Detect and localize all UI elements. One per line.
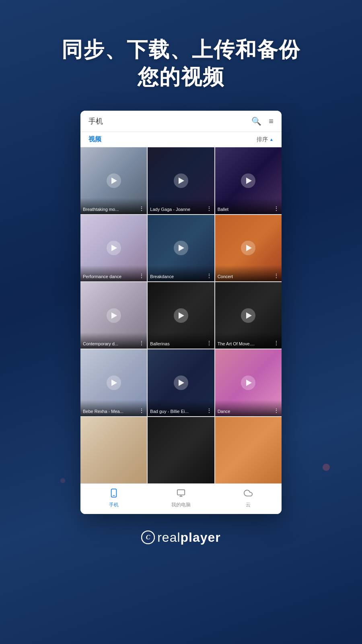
hero-line2: 您的视频 (138, 65, 224, 89)
svg-rect-1 (113, 495, 115, 495)
video-item-11[interactable]: Bad guy - Billie Ei...⋮ (148, 349, 214, 416)
video-title-2: Lady Gaga - Joanne (150, 207, 204, 212)
sub-header: 视频 排序 ▲ (80, 132, 282, 147)
sort-arrow-icon: ▲ (269, 137, 274, 142)
header-title: 手机 (88, 116, 103, 126)
logo-text: realplayer (157, 530, 221, 545)
header-icons: 🔍 ≡ (251, 116, 274, 126)
video-title-6: Concert (218, 274, 272, 279)
play-button-7[interactable] (107, 308, 121, 323)
sort-button[interactable]: 排序 ▲ (257, 136, 274, 143)
video-more-6[interactable]: ⋮ (274, 272, 279, 279)
video-item-4[interactable]: Performance dance⋮ (80, 215, 147, 281)
video-title-12: Dance (218, 409, 272, 414)
app-window: 手机 🔍 ≡ 视频 排序 ▲ Breathtaking mo...⋮Lady G… (80, 111, 282, 514)
hero-section: 同步、下载、上传和备份 您的视频 (0, 0, 362, 111)
video-more-11[interactable]: ⋮ (206, 407, 212, 414)
video-title-8: Ballerinas (150, 341, 204, 346)
play-button-4[interactable] (107, 241, 121, 255)
video-title-4: Performance dance (83, 274, 137, 279)
video-title-5: Breakdance (150, 274, 204, 279)
pc-icon (177, 489, 185, 500)
phone-icon (109, 489, 118, 500)
section-label: 视频 (88, 135, 101, 144)
video-item-13[interactable] (80, 417, 147, 483)
video-item-2[interactable]: Lady Gaga - Joanne⋮ (148, 147, 214, 214)
video-more-3[interactable]: ⋮ (274, 205, 279, 212)
svg-text:C: C (146, 534, 150, 541)
video-item-3[interactable]: Ballet⋮ (215, 147, 282, 214)
video-more-2[interactable]: ⋮ (206, 205, 212, 212)
video-title-11: Bad guy - Billie Ei... (150, 409, 204, 414)
play-button-10[interactable] (107, 376, 121, 390)
svg-rect-0 (111, 489, 117, 497)
play-button-5[interactable] (174, 241, 188, 255)
video-item-14[interactable] (148, 417, 214, 483)
video-item-12[interactable]: Dance⋮ (215, 349, 282, 416)
video-item-1[interactable]: Breathtaking mo...⋮ (80, 147, 147, 214)
hero-line1: 同步、下载、上传和备份 (62, 38, 300, 61)
video-more-9[interactable]: ⋮ (274, 340, 279, 346)
video-more-10[interactable]: ⋮ (139, 407, 144, 414)
video-item-7[interactable]: Contemporary d...⋮ (80, 282, 147, 349)
play-button-2[interactable] (174, 173, 188, 188)
nav-cloud-label: 云 (246, 502, 251, 508)
video-grid: Breathtaking mo...⋮Lady Gaga - Joanne⋮Ba… (80, 147, 282, 483)
video-title-1: Breathtaking mo... (83, 207, 137, 212)
video-title-10: Bebe Rexha - Mea... (83, 409, 137, 414)
nav-pc[interactable]: 我的电脑 (148, 489, 215, 508)
app-header: 手机 🔍 ≡ (80, 111, 282, 132)
logo-prefix: real (157, 530, 180, 545)
video-item-10[interactable]: Bebe Rexha - Mea...⋮ (80, 349, 147, 416)
nav-phone-label: 手机 (109, 502, 119, 508)
play-button-8[interactable] (174, 308, 188, 323)
sort-label: 排序 (257, 136, 268, 143)
play-button-3[interactable] (241, 173, 255, 188)
play-button-12[interactable] (241, 376, 255, 390)
video-title-9: The Art Of Move.... (218, 341, 272, 346)
video-more-12[interactable]: ⋮ (274, 407, 279, 414)
menu-icon[interactable]: ≡ (269, 117, 274, 126)
logo-suffix: player (181, 530, 221, 545)
cloud-icon (244, 489, 253, 500)
video-item-5[interactable]: Breakdance⋮ (148, 215, 214, 281)
video-more-8[interactable]: ⋮ (206, 340, 212, 346)
video-item-15[interactable] (215, 417, 282, 483)
video-title-3: Ballet (218, 207, 272, 212)
bottom-nav: 手机 我的电脑 云 (80, 483, 282, 514)
video-more-4[interactable]: ⋮ (139, 272, 144, 279)
video-item-9[interactable]: The Art Of Move....⋮ (215, 282, 282, 349)
play-button-1[interactable] (107, 173, 121, 188)
play-button-11[interactable] (174, 376, 188, 390)
video-more-5[interactable]: ⋮ (206, 272, 212, 279)
svg-rect-2 (177, 490, 185, 495)
nav-cloud[interactable]: 云 (214, 489, 282, 508)
play-button-6[interactable] (241, 241, 255, 255)
video-more-1[interactable]: ⋮ (139, 205, 144, 212)
video-title-7: Contemporary d... (83, 341, 137, 346)
video-item-6[interactable]: Concert⋮ (215, 215, 282, 281)
video-more-7[interactable]: ⋮ (139, 340, 144, 346)
nav-phone[interactable]: 手机 (80, 489, 148, 508)
realplayer-logo: C realplayer (141, 530, 221, 545)
nav-pc-label: 我的电脑 (171, 502, 191, 508)
video-item-8[interactable]: Ballerinas⋮ (148, 282, 214, 349)
search-icon[interactable]: 🔍 (251, 116, 261, 126)
play-button-9[interactable] (241, 308, 255, 323)
logo-area: C realplayer (0, 514, 362, 546)
